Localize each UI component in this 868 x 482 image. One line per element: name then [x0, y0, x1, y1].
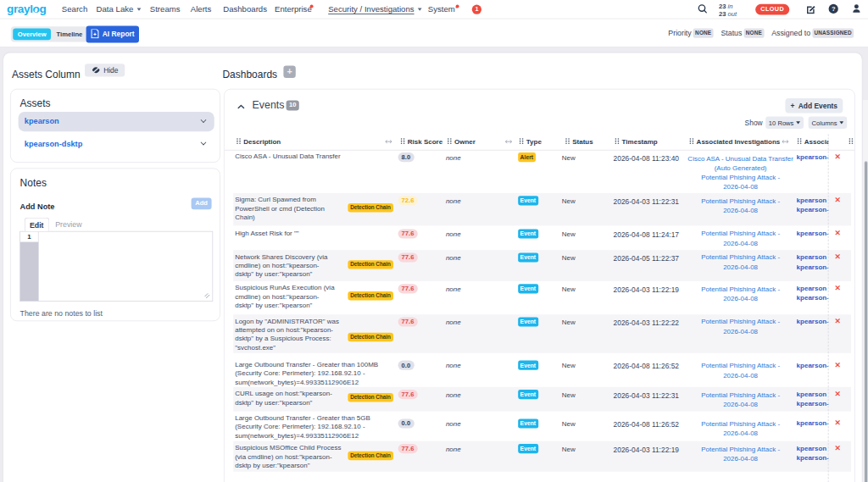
svg-text:?: ?	[832, 5, 836, 13]
